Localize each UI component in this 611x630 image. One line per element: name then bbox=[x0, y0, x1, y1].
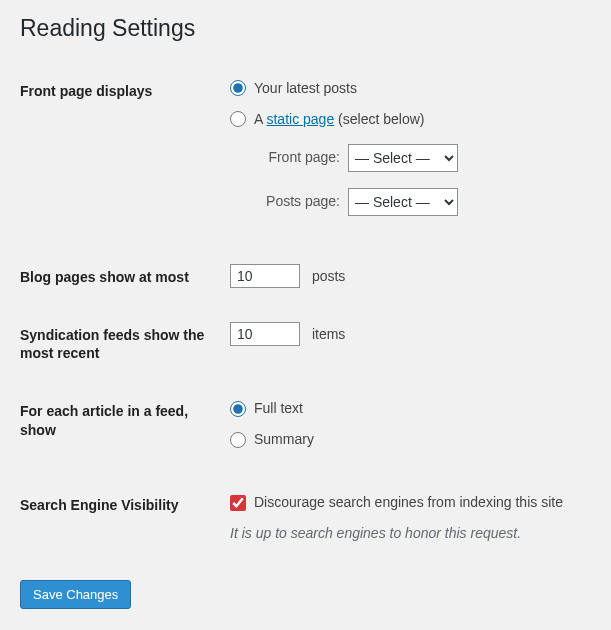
syndication-heading: Syndication feeds show the most recent bbox=[20, 306, 230, 382]
search-visibility-heading: Search Engine Visibility bbox=[20, 476, 230, 560]
radio-summary[interactable] bbox=[230, 432, 246, 448]
static-prefix: A bbox=[254, 111, 266, 127]
radio-latest-posts-label: Your latest posts bbox=[254, 78, 357, 99]
reading-settings-page: Reading Settings Front page displays You… bbox=[0, 0, 611, 629]
radio-static-page[interactable] bbox=[230, 111, 246, 127]
blog-pages-unit: posts bbox=[312, 268, 345, 284]
feed-article-heading: For each article in a feed, show bbox=[20, 382, 230, 476]
radio-full-text-label: Full text bbox=[254, 398, 303, 419]
search-visibility-note: It is up to search engines to honor this… bbox=[230, 523, 581, 544]
syndication-input[interactable] bbox=[230, 322, 300, 346]
blog-pages-input[interactable] bbox=[230, 264, 300, 288]
page-title: Reading Settings bbox=[20, 0, 591, 48]
front-page-heading: Front page displays bbox=[20, 62, 230, 248]
radio-summary-label: Summary bbox=[254, 429, 314, 450]
feed-summary-row: Summary bbox=[230, 429, 581, 450]
front-page-option-latest-row: Your latest posts bbox=[230, 78, 581, 99]
syndication-unit: items bbox=[312, 326, 345, 342]
radio-full-text[interactable] bbox=[230, 401, 246, 417]
radio-latest-posts[interactable] bbox=[230, 80, 246, 96]
settings-table: Front page displays Your latest posts A … bbox=[20, 62, 591, 561]
save-changes-button[interactable]: Save Changes bbox=[20, 580, 131, 609]
posts-page-select-label: Posts page: bbox=[254, 191, 348, 212]
static-page-selects: Front page: — Select — Posts page: — Sel… bbox=[254, 144, 581, 216]
feed-full-row: Full text bbox=[230, 398, 581, 419]
blog-pages-heading: Blog pages show at most bbox=[20, 248, 230, 306]
search-visibility-row: Discourage search engines from indexing … bbox=[230, 492, 581, 513]
static-suffix: (select below) bbox=[334, 111, 424, 127]
checkbox-discourage-search-label: Discourage search engines from indexing … bbox=[254, 492, 563, 513]
front-page-select[interactable]: — Select — bbox=[348, 144, 458, 172]
checkbox-discourage-search[interactable] bbox=[230, 495, 246, 511]
static-page-link[interactable]: static page bbox=[266, 111, 334, 127]
posts-page-select[interactable]: — Select — bbox=[348, 188, 458, 216]
radio-static-page-label: A static page (select below) bbox=[254, 109, 424, 130]
front-page-option-static-row: A static page (select below) bbox=[230, 109, 581, 130]
front-page-select-label: Front page: bbox=[254, 147, 348, 168]
